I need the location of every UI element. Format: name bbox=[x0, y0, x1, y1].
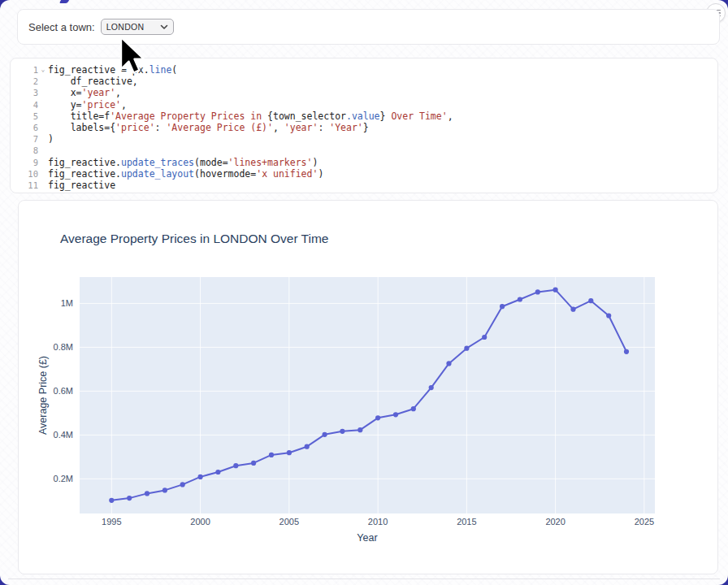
chart-marker[interactable] bbox=[535, 289, 540, 294]
x-tick-label: 2005 bbox=[280, 517, 299, 526]
chart-marker[interactable] bbox=[446, 361, 451, 366]
code-text: labels={'price': 'Average Price (£)', 'y… bbox=[48, 122, 369, 133]
code-text: title=f'Average Property Prices in {town… bbox=[48, 110, 453, 122]
y-tick-label: 1M bbox=[61, 298, 73, 308]
chart-marker[interactable] bbox=[340, 429, 344, 434]
x-tick-label: 2020 bbox=[545, 517, 565, 526]
x-tick-label: 2015 bbox=[457, 517, 476, 526]
code-editor[interactable]: 1⌄fig_reactive = px.line(2 df_reactive,3… bbox=[11, 64, 717, 191]
app-logo-fragment bbox=[59, 0, 69, 3]
chart-marker[interactable] bbox=[109, 498, 114, 503]
code-text: fig_reactive bbox=[48, 180, 115, 191]
chart-marker[interactable] bbox=[624, 349, 629, 354]
line-number: 5 bbox=[11, 110, 38, 122]
chart-marker[interactable] bbox=[411, 406, 416, 411]
code-line[interactable]: 5 title=f'Average Property Prices in {to… bbox=[11, 110, 717, 122]
code-line[interactable]: 4 y='price', bbox=[11, 99, 717, 110]
code-line[interactable]: 9fig_reactive.update_traces(mode='lines+… bbox=[11, 157, 717, 168]
chart-marker[interactable] bbox=[305, 444, 310, 449]
x-axis-title: Year bbox=[357, 532, 377, 544]
chart-marker[interactable] bbox=[198, 474, 203, 479]
fold-spacer bbox=[38, 76, 48, 87]
fold-arrow-icon[interactable]: ⌄ bbox=[38, 64, 48, 76]
fold-spacer bbox=[38, 133, 48, 145]
chart-marker[interactable] bbox=[180, 482, 185, 487]
chart-marker[interactable] bbox=[375, 415, 380, 420]
town-selector-label: Select a town: bbox=[28, 21, 95, 33]
y-tick-label: 0.2M bbox=[54, 474, 73, 483]
card-bottom-edge bbox=[8, 578, 720, 579]
line-number: 2 bbox=[11, 76, 38, 87]
chart-marker[interactable] bbox=[500, 304, 505, 309]
code-line[interactable]: 3 x='year', bbox=[11, 87, 717, 98]
fold-spacer bbox=[38, 180, 48, 191]
line-number: 6 bbox=[11, 122, 38, 133]
code-text: df_reactive, bbox=[48, 76, 138, 87]
chevron-down-icon bbox=[160, 24, 168, 30]
chart-marker[interactable] bbox=[570, 307, 575, 312]
chart-marker[interactable] bbox=[269, 453, 274, 457]
line-number: 1 bbox=[11, 64, 38, 76]
line-number: 9 bbox=[11, 157, 38, 168]
chart-marker[interactable] bbox=[553, 288, 558, 292]
code-text: fig_reactive = px.line( bbox=[48, 64, 177, 76]
chart-title: Average Property Prices in LONDON Over T… bbox=[60, 232, 329, 246]
x-tick-label: 2000 bbox=[190, 517, 210, 526]
code-line[interactable]: 2 df_reactive, bbox=[11, 76, 717, 87]
code-line[interactable]: 8 bbox=[11, 145, 717, 156]
price-chart[interactable]: 0.2M0.4M0.6M0.8M1M1995200020052010201520… bbox=[19, 201, 717, 574]
chart-marker[interactable] bbox=[127, 496, 132, 500]
line-number: 10 bbox=[11, 168, 38, 180]
chart-marker[interactable] bbox=[588, 298, 593, 303]
fold-spacer bbox=[38, 87, 48, 98]
chart-output-cell: 0.2M0.4M0.6M0.8M1M1995200020052010201520… bbox=[18, 200, 718, 574]
notebook-app: Select a town: LONDON 1⌄fig_reactive = p… bbox=[0, 0, 728, 585]
fold-spacer bbox=[38, 122, 48, 133]
chart-marker[interactable] bbox=[215, 470, 220, 474]
line-number: 3 bbox=[11, 87, 38, 98]
line-number: 11 bbox=[11, 180, 38, 191]
fold-spacer bbox=[38, 157, 48, 168]
y-tick-label: 0.8M bbox=[54, 342, 73, 352]
y-tick-label: 0.6M bbox=[54, 386, 73, 396]
fold-spacer bbox=[38, 168, 48, 180]
chart-marker[interactable] bbox=[518, 297, 522, 301]
x-tick-label: 2010 bbox=[368, 517, 388, 526]
code-line[interactable]: 11fig_reactive bbox=[11, 180, 717, 191]
code-line[interactable]: 1⌄fig_reactive = px.line( bbox=[11, 64, 717, 76]
code-line[interactable]: 10fig_reactive.update_layout(hovermode='… bbox=[11, 168, 717, 180]
y-axis-title: Average Price (£) bbox=[37, 356, 49, 435]
chart-marker[interactable] bbox=[323, 432, 327, 437]
line-number: 8 bbox=[11, 145, 38, 156]
x-tick-label: 1995 bbox=[102, 517, 121, 526]
chart-marker[interactable] bbox=[606, 313, 611, 318]
town-dropdown[interactable]: LONDON bbox=[101, 19, 174, 35]
fold-spacer bbox=[38, 145, 48, 156]
chart-marker[interactable] bbox=[358, 427, 362, 432]
code-text: fig_reactive.update_layout(hovermode='x … bbox=[48, 168, 323, 180]
fold-spacer bbox=[38, 99, 48, 110]
chart-marker[interactable] bbox=[162, 488, 167, 492]
chart-marker[interactable] bbox=[145, 491, 150, 496]
chart-marker[interactable] bbox=[233, 463, 238, 468]
code-line[interactable]: 7) bbox=[11, 133, 717, 145]
chart-marker[interactable] bbox=[393, 412, 398, 417]
plot-area[interactable] bbox=[80, 277, 655, 514]
x-tick-label: 2025 bbox=[635, 517, 654, 526]
chart-marker[interactable] bbox=[251, 461, 256, 466]
code-cell[interactable]: 1⌄fig_reactive = px.line(2 df_reactive,3… bbox=[10, 58, 718, 193]
town-dropdown-value: LONDON bbox=[106, 22, 160, 32]
chart-marker[interactable] bbox=[429, 385, 434, 390]
line-number: 4 bbox=[11, 99, 38, 110]
y-tick-label: 0.4M bbox=[54, 430, 73, 440]
fold-spacer bbox=[38, 110, 48, 122]
code-line[interactable]: 6 labels={'price': 'Average Price (£)', … bbox=[11, 122, 717, 133]
chart-marker[interactable] bbox=[464, 346, 469, 351]
chart-marker[interactable] bbox=[287, 450, 292, 455]
town-selector-cell: Select a town: LONDON bbox=[17, 9, 720, 45]
chart-marker[interactable] bbox=[482, 335, 487, 340]
code-text: x='year', bbox=[48, 87, 121, 98]
code-text: fig_reactive.update_traces(mode='lines+m… bbox=[48, 157, 318, 168]
line-number: 7 bbox=[11, 133, 38, 145]
code-text: ) bbox=[48, 133, 54, 145]
